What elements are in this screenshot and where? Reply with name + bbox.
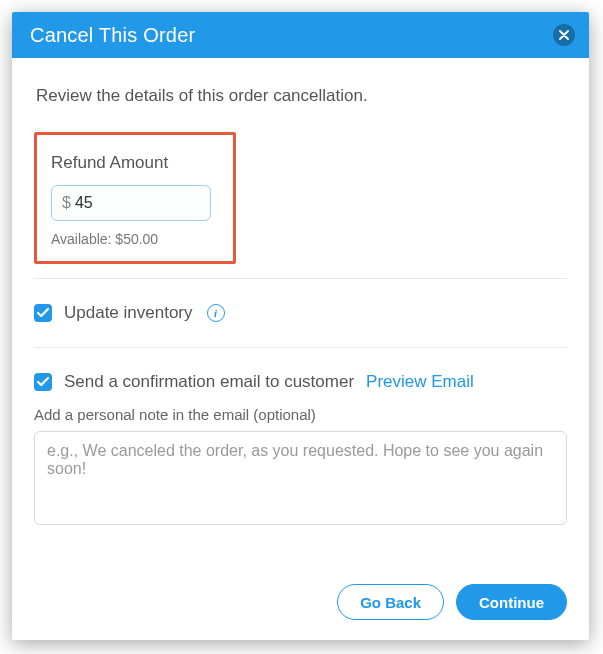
refund-section: Refund Amount $ Available: $50.00 [34,132,236,264]
divider [34,278,567,279]
personal-note-label: Add a personal note in the email (option… [34,406,567,423]
update-inventory-label: Update inventory [64,303,193,323]
check-icon [37,308,49,318]
refund-input-wrap[interactable]: $ [51,185,211,221]
go-back-button[interactable]: Go Back [337,584,444,620]
send-email-label: Send a confirmation email to customer [64,372,354,392]
info-icon[interactable]: i [207,304,225,322]
personal-note-textarea[interactable] [34,431,567,525]
divider [34,347,567,348]
send-email-row: Send a confirmation email to customer Pr… [34,372,567,392]
check-icon [37,377,49,387]
refund-amount-input[interactable] [75,194,200,212]
continue-button[interactable]: Continue [456,584,567,620]
refund-available-text: Available: $50.00 [51,231,219,247]
refund-label: Refund Amount [51,153,219,173]
modal-header: Cancel This Order [12,12,589,58]
send-email-checkbox[interactable] [34,373,52,391]
instructions-text: Review the details of this order cancell… [36,86,567,106]
currency-prefix: $ [62,194,71,212]
update-inventory-checkbox[interactable] [34,304,52,322]
close-button[interactable] [553,24,575,46]
close-icon [559,30,569,40]
cancel-order-modal: Cancel This Order Review the details of … [12,12,589,640]
preview-email-link[interactable]: Preview Email [366,372,474,392]
modal-footer: Go Back Continue [337,584,567,620]
modal-title: Cancel This Order [30,24,195,47]
modal-content: Review the details of this order cancell… [12,58,589,549]
update-inventory-row: Update inventory i [34,293,567,333]
